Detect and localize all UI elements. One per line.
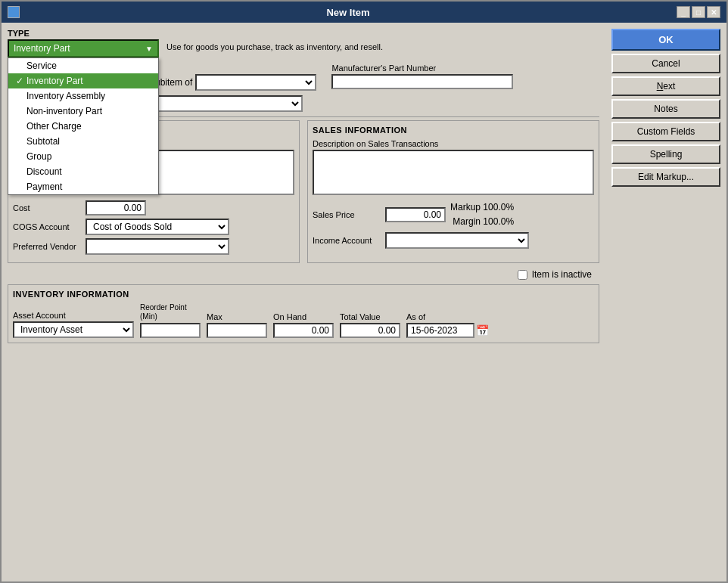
on-hand-label: On Hand [273,312,334,321]
markup-label: Markup [450,202,481,212]
cancel-button[interactable]: Cancel [611,54,720,73]
type-option-inventory-part[interactable]: Inventory Part [8,73,158,88]
custom-fields-button[interactable]: Custom Fields [611,122,720,141]
right-panel: OK Cancel Next Notes Custom Fields Spell… [605,23,726,581]
inventory-columns: Asset Account Inventory Asset Reorder Po… [13,303,594,338]
max-input[interactable] [207,323,267,338]
type-description: Use for goods you purchase, track as inv… [166,39,383,51]
sales-price-input[interactable] [385,207,446,222]
cost-row: Cost [13,200,294,216]
sales-price-label: Sales Price [313,210,381,219]
cogs-select[interactable]: Cost of Goods Sold [86,219,229,235]
reorder-label: Reorder Point (Min) [140,303,201,321]
reorder-input[interactable] [140,323,201,338]
subitem-select-wrapper [195,74,316,91]
inventory-info-title: INVENTORY INFORMATION [13,290,594,299]
title-bar: New Item _ □ ✕ [2,2,726,23]
sales-info-box: SALES INFORMATION Description on Sales T… [307,120,599,263]
on-hand-col: On Hand [273,312,334,338]
as-of-label: As of [406,312,489,321]
type-option-service[interactable]: Service [8,58,158,73]
preferred-vendor-row: Preferred Vendor [13,238,294,255]
max-col: Max [207,312,267,338]
cost-input[interactable] [86,200,146,216]
inventory-info-section: INVENTORY INFORMATION Asset Account Inve… [8,284,599,343]
income-account-select-wrapper [385,232,529,249]
cogs-select-wrapper: Cost of Goods Sold [86,219,229,235]
next-button[interactable]: Next [611,76,720,96]
type-option-inventory-assembly[interactable]: Inventory Assembly [8,88,158,104]
type-option-subtotal[interactable]: Subtotal [8,134,158,149]
on-hand-input[interactable] [273,323,334,338]
type-option-group[interactable]: Group [8,149,158,164]
type-option-non-inventory-part[interactable]: Non-inventory Part [8,104,158,119]
type-option-payment[interactable]: Payment [8,179,158,194]
cogs-row: COGS Account Cost of Goods Sold [13,219,294,235]
subitem-select[interactable] [195,74,316,91]
manufacturer-part-input[interactable] [331,74,513,89]
cogs-label: COGS Account [13,222,81,231]
spelling-button[interactable]: Spelling [611,144,720,164]
title-bar-controls: _ □ ✕ [677,6,720,18]
income-account-label: Income Account [313,236,381,245]
as-of-col: As of 📅 [406,312,489,338]
total-value-label: Total Value [340,312,400,321]
margin-value: 100.0% [483,216,514,227]
manufacturer-part-label: Manufacturer's Part Number [331,64,513,73]
markup-value: 100.0% [483,202,514,212]
total-value-col: Total Value [340,312,400,338]
sales-desc-input[interactable] [313,150,594,195]
type-dropdown-menu: Service Inventory Part Inventory Assembl… [8,57,159,195]
window-title: New Item [20,7,677,18]
close-button[interactable]: ✕ [707,6,720,18]
income-account-select[interactable] [385,232,529,249]
manufacturer-part-field: Manufacturer's Part Number [331,64,513,91]
type-dropdown-arrow: ▼ [145,45,153,53]
as-of-date-input[interactable] [406,323,474,338]
sales-price-row: Sales Price Markup 100.0% Margin 100.0% [313,200,594,229]
asset-account-label: Asset Account [13,311,134,320]
notes-button[interactable]: Notes [611,99,720,119]
calendar-icon[interactable]: 📅 [476,324,489,336]
inactive-row: Item is inactive [8,269,592,280]
inactive-checkbox[interactable] [518,270,527,280]
preferred-vendor-select-wrapper [86,238,229,255]
type-selected-value: Inventory Part [14,43,70,54]
type-section-label: TYPE [8,29,599,38]
asset-account-select[interactable]: Inventory Asset [13,321,134,338]
maximize-button[interactable]: □ [692,6,705,18]
income-account-row: Income Account [313,232,594,249]
sales-info-title: SALES INFORMATION [313,126,594,135]
max-label: Max [207,312,267,321]
type-dropdown-wrapper: Inventory Part ▼ Service Inventory Part … [8,39,159,57]
inactive-label: Item is inactive [532,269,592,280]
sales-desc-label: Description on Sales Transactions [313,139,594,148]
asset-account-select-wrapper: Inventory Asset [13,321,134,338]
margin-label: Margin [453,216,481,227]
reorder-col: Reorder Point (Min) [140,303,201,338]
preferred-vendor-label: Preferred Vendor [13,242,81,251]
total-value-input[interactable] [340,323,400,338]
type-option-discount[interactable]: Discount [8,164,158,179]
window-icon [8,6,20,18]
left-panel: TYPE Inventory Part ▼ Service Inventory … [2,23,605,581]
minimize-button[interactable]: _ [677,6,690,18]
asset-account-col: Asset Account Inventory Asset [13,311,134,338]
main-window: New Item _ □ ✕ TYPE Inventory Part ▼ [0,0,728,583]
type-dropdown[interactable]: Inventory Part ▼ [8,39,159,57]
ok-button[interactable]: OK [611,29,720,51]
type-option-other-charge[interactable]: Other Charge [8,119,158,134]
edit-markup-button[interactable]: Edit Markup... [611,167,720,187]
markup-margin-info: Markup 100.0% Margin 100.0% [450,200,514,229]
preferred-vendor-select[interactable] [86,238,229,255]
cost-label: Cost [13,203,81,212]
